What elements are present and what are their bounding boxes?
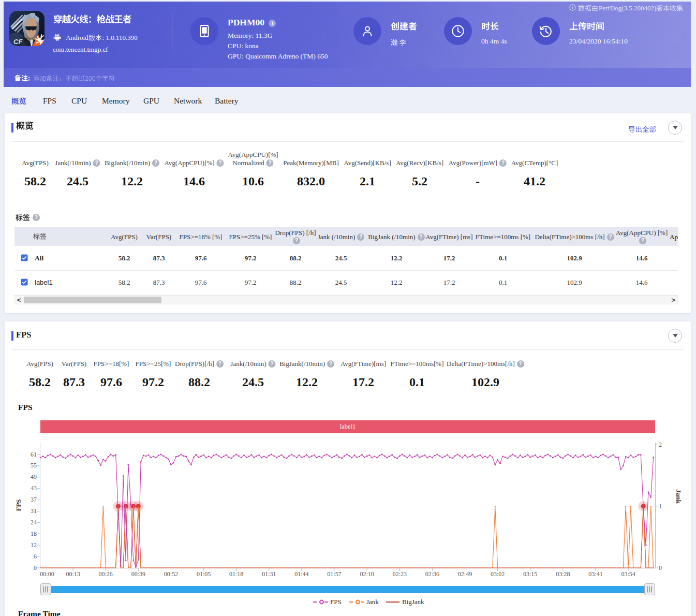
svg-text:12: 12 [31,541,37,549]
svg-text:BigJank: BigJank [402,598,424,606]
svg-text:FPS: FPS [14,499,22,511]
svg-text:31: 31 [31,507,37,515]
svg-text:03:15: 03:15 [523,570,537,578]
svg-text:02:36: 02:36 [425,570,439,578]
svg-text:01:44: 01:44 [294,570,308,578]
svg-text:49: 49 [31,473,37,480]
svg-text:01:57: 01:57 [327,570,341,578]
svg-text:00:00: 00:00 [40,570,54,578]
svg-text:03:02: 03:02 [491,570,505,578]
svg-text:Jank: Jank [675,489,683,504]
svg-text:03:41: 03:41 [588,570,602,578]
svg-text:Jank: Jank [366,598,379,606]
svg-text:1: 1 [659,503,662,510]
svg-text:18: 18 [31,530,37,537]
svg-text:01:31: 01:31 [262,570,276,578]
svg-text:00:39: 00:39 [131,570,145,578]
svg-text:01:18: 01:18 [229,570,243,578]
svg-text:02:23: 02:23 [393,570,407,578]
svg-text:CF: CF [13,38,23,46]
svg-text:43: 43 [31,485,37,492]
svg-text:01:05: 01:05 [197,570,211,578]
svg-text:00:13: 00:13 [66,570,80,578]
svg-text:0: 0 [34,564,37,571]
svg-text:37: 37 [31,496,37,503]
svg-text:03:54: 03:54 [621,570,635,578]
svg-text:2: 2 [659,441,662,448]
svg-text:6: 6 [34,553,37,560]
svg-text:55: 55 [31,462,37,469]
svg-text:FPS: FPS [330,598,342,606]
svg-text:0: 0 [659,564,662,571]
svg-text:61: 61 [31,451,37,458]
svg-text:00:52: 00:52 [164,570,178,578]
svg-text:00:26: 00:26 [99,570,113,578]
svg-text:24: 24 [31,519,37,526]
svg-text:02:49: 02:49 [458,570,472,578]
svg-text:02:10: 02:10 [360,570,374,578]
svg-text:03:28: 03:28 [556,570,570,578]
